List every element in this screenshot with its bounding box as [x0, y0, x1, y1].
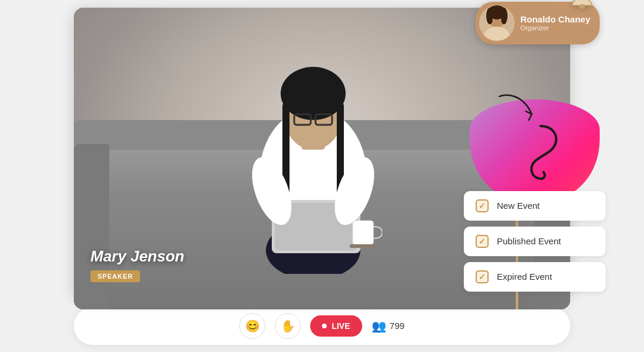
svg-rect-21 — [350, 244, 376, 248]
speaker-name: Mary Jenson — [90, 247, 184, 266]
organizer-role: Organizer — [521, 24, 590, 31]
organizer-avatar-image — [479, 5, 515, 41]
viewers-count: 799 — [390, 321, 405, 331]
emoji-icon: 😊 — [245, 319, 260, 333]
checkbox-item-expired-event[interactable]: ✓ Expired Event — [464, 262, 606, 292]
checkmark-published-event: ✓ — [479, 237, 486, 246]
bottom-toolbar: 😊 ✋ LIVE 👥 799 — [74, 307, 570, 345]
checkbox-item-published-event[interactable]: ✓ Published Event — [464, 227, 606, 256]
published-event-label: Published Event — [497, 236, 561, 246]
organizer-details: Ronaldo Chaney Organizer — [521, 14, 590, 31]
arrow-decoration — [493, 91, 541, 126]
viewers-icon: 👥 — [372, 319, 386, 333]
svg-point-27 — [486, 8, 493, 24]
checkbox-published-event[interactable]: ✓ — [476, 235, 489, 248]
live-label: LIVE — [331, 321, 350, 331]
checkbox-panel: ✓ New Event ✓ Published Event ✓ Expired … — [464, 191, 606, 292]
svg-point-28 — [500, 8, 508, 24]
svg-rect-20 — [353, 221, 373, 244]
organizer-avatar — [479, 5, 515, 41]
organizer-card: Ronaldo Chaney Organizer — [476, 2, 600, 44]
speaker-info: Mary Jenson SPEAKER — [90, 247, 184, 282]
expired-event-label: Expired Event — [497, 272, 552, 282]
checkbox-item-new-event[interactable]: ✓ New Event — [464, 191, 606, 221]
checkmark-new-event: ✓ — [479, 201, 486, 211]
live-dot-indicator — [322, 324, 327, 328]
emoji-button[interactable]: 😊 — [239, 313, 265, 339]
live-button[interactable]: LIVE — [310, 315, 362, 337]
hand-button[interactable]: ✋ — [275, 313, 301, 339]
coffee-mug — [347, 209, 382, 250]
video-card: Mary Jenson SPEAKER — [74, 8, 570, 299]
svg-point-22 — [579, 4, 585, 9]
viewers-count-display: 👥 799 — [372, 319, 405, 333]
main-container: Mary Jenson SPEAKER — [9, 8, 635, 345]
svg-point-4 — [281, 67, 346, 120]
couch-arm-left — [74, 144, 109, 309]
speaker-badge: SPEAKER — [90, 270, 140, 282]
new-event-label: New Event — [497, 201, 540, 211]
svg-point-30 — [492, 18, 495, 20]
bell-icon — [570, 0, 594, 14]
checkmark-expired-event: ✓ — [479, 272, 486, 282]
svg-point-31 — [499, 18, 502, 20]
hand-icon: ✋ — [281, 319, 295, 333]
checkbox-expired-event[interactable]: ✓ — [476, 270, 489, 283]
organizer-name: Ronaldo Chaney — [521, 14, 590, 24]
checkbox-new-event[interactable]: ✓ — [476, 199, 489, 212]
